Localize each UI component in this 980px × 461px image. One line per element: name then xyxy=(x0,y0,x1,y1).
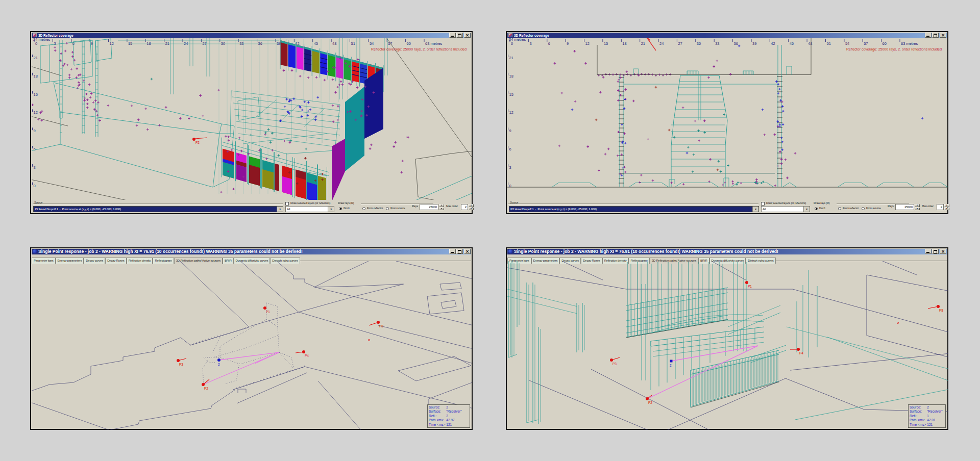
svg-text:6: 6 xyxy=(509,147,511,151)
svg-text:P2: P2 xyxy=(204,387,208,390)
svg-text:60: 60 xyxy=(407,41,411,46)
svg-text:P4: P4 xyxy=(305,354,309,357)
svg-text:30: 30 xyxy=(697,41,701,46)
svg-text:21: 21 xyxy=(509,56,513,60)
svg-text:45: 45 xyxy=(314,41,318,46)
svg-text:2: 2 xyxy=(218,363,220,366)
svg-text:18: 18 xyxy=(622,41,626,46)
svg-text:9: 9 xyxy=(34,129,36,133)
svg-text:24 metres: 24 metres xyxy=(33,38,51,42)
svg-text:3: 3 xyxy=(509,165,511,170)
svg-text:P8: P8 xyxy=(379,324,383,328)
svg-text:12: 12 xyxy=(34,110,38,115)
svg-text:P2: P2 xyxy=(648,401,652,404)
svg-text:6: 6 xyxy=(34,147,36,151)
svg-text:0: 0 xyxy=(35,41,37,46)
svg-text:45: 45 xyxy=(790,41,794,46)
svg-text:21: 21 xyxy=(34,56,38,60)
svg-text:36: 36 xyxy=(734,41,738,46)
svg-text:15: 15 xyxy=(509,92,513,97)
svg-text:2: 2 xyxy=(670,364,672,367)
svg-text:P4: P4 xyxy=(799,351,803,355)
svg-text:27: 27 xyxy=(202,41,206,46)
svg-text:21: 21 xyxy=(165,41,169,46)
svg-text:9: 9 xyxy=(509,129,511,133)
svg-text:27: 27 xyxy=(678,41,682,46)
svg-text:54: 54 xyxy=(370,41,374,46)
svg-text:24: 24 xyxy=(659,41,664,46)
svg-text:24: 24 xyxy=(184,41,188,46)
svg-text:Reflector coverage: 25000 rays: Reflector coverage: 25000 rays, 2. order… xyxy=(371,47,467,52)
svg-text:48: 48 xyxy=(808,41,812,46)
svg-text:63 metres: 63 metres xyxy=(901,41,918,46)
svg-text:18: 18 xyxy=(146,41,151,46)
svg-text:57: 57 xyxy=(864,41,868,46)
svg-text:15: 15 xyxy=(128,41,132,46)
svg-text:P1: P1 xyxy=(266,310,270,314)
svg-text:P8: P8 xyxy=(939,309,943,312)
svg-text:Reflector coverage: 25000 rays: Reflector coverage: 25000 rays, 2. order… xyxy=(846,47,942,52)
svg-text:51: 51 xyxy=(827,41,831,46)
svg-text:6: 6 xyxy=(548,41,550,46)
svg-text:48: 48 xyxy=(332,41,336,46)
svg-text:15: 15 xyxy=(604,41,608,46)
svg-text:21: 21 xyxy=(641,41,645,46)
svg-text:6: 6 xyxy=(72,41,75,46)
svg-text:18: 18 xyxy=(34,74,38,79)
svg-text:63 metres: 63 metres xyxy=(425,41,443,46)
svg-text:9: 9 xyxy=(91,41,93,46)
svg-text:60: 60 xyxy=(883,41,887,46)
svg-text:18: 18 xyxy=(509,74,513,79)
svg-text:24 metres: 24 metres xyxy=(509,38,526,42)
svg-text:0: 0 xyxy=(34,184,36,188)
svg-text:15: 15 xyxy=(34,92,38,97)
svg-text:36: 36 xyxy=(258,41,262,46)
svg-text:12: 12 xyxy=(509,110,513,115)
svg-text:3: 3 xyxy=(529,41,531,46)
svg-text:P3: P3 xyxy=(179,363,183,366)
svg-text:3: 3 xyxy=(34,165,36,170)
svg-text:3: 3 xyxy=(54,41,56,46)
svg-text:33: 33 xyxy=(239,41,243,46)
svg-text:51: 51 xyxy=(351,41,355,46)
svg-text:P1: P1 xyxy=(748,285,752,288)
svg-text:12: 12 xyxy=(585,41,590,46)
svg-text:P3: P3 xyxy=(612,362,617,366)
svg-text:9: 9 xyxy=(567,41,569,46)
svg-text:30: 30 xyxy=(221,41,225,46)
svg-text:12: 12 xyxy=(110,41,114,46)
svg-text:54: 54 xyxy=(845,41,849,46)
svg-text:42: 42 xyxy=(771,41,775,46)
svg-text:0: 0 xyxy=(511,41,513,46)
svg-text:P2: P2 xyxy=(195,141,200,144)
svg-text:39: 39 xyxy=(752,41,756,46)
svg-text:33: 33 xyxy=(715,41,719,46)
